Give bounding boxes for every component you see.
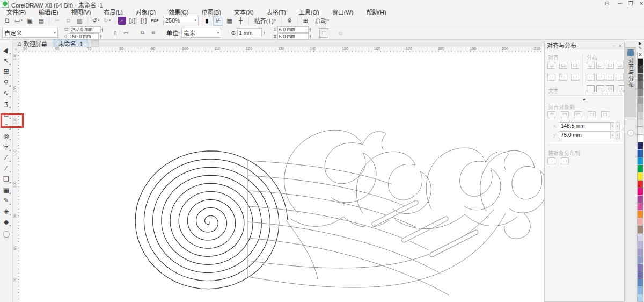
- align-center-h-button[interactable]: [559, 62, 567, 69]
- nudge-spinner[interactable]: ▴▾: [264, 31, 265, 35]
- wave-ornament-object[interactable]: [248, 130, 544, 295]
- color-swatch[interactable]: [637, 96, 643, 104]
- color-swatch[interactable]: [637, 263, 643, 271]
- paste-icon[interactable]: ▥: [75, 16, 85, 26]
- text-align-first-line-button[interactable]: [587, 85, 595, 92]
- docker-float-icon[interactable]: ▫: [613, 44, 614, 48]
- portrait-orientation-icon[interactable]: ▯: [111, 28, 120, 38]
- collapse-caret-icon[interactable]: ▲: [582, 97, 586, 101]
- smart-fill-tool[interactable]: ◆: [1, 217, 11, 227]
- color-swatch[interactable]: [637, 157, 643, 165]
- spiral-tool[interactable]: ◎: [1, 131, 11, 141]
- x-coordinate-spinner[interactable]: ◂▸: [610, 122, 620, 130]
- treat-as-filled-icon[interactable]: ⬚: [319, 28, 328, 38]
- color-swatch[interactable]: [637, 294, 643, 302]
- connector-tool[interactable]: ∕: [1, 163, 11, 173]
- cut-icon[interactable]: ✂: [52, 16, 62, 26]
- copy-icon[interactable]: ⧉: [63, 16, 74, 26]
- x-coordinate-field[interactable]: 148.5 mm: [559, 122, 610, 130]
- transparency-tool[interactable]: ▦: [1, 185, 11, 195]
- color-swatch[interactable]: [637, 233, 643, 241]
- text-align-bounding-box-button[interactable]: [606, 85, 614, 92]
- export-icon[interactable]: [↑]: [138, 16, 149, 26]
- import-icon[interactable]: [↓]: [127, 16, 137, 26]
- align-to-active-objects-button[interactable]: [547, 111, 555, 118]
- page-preset-combo[interactable]: 自定义 ▾: [2, 28, 58, 38]
- color-swatch[interactable]: [637, 149, 643, 157]
- distribute-bottom-button[interactable]: [616, 74, 624, 81]
- show-rulers-icon[interactable]: ⊬: [213, 16, 223, 26]
- palette-eyedropper-icon[interactable]: ✎: [638, 46, 642, 52]
- redo-icon[interactable]: ↻▾: [102, 16, 112, 26]
- crop-tool[interactable]: ⊞: [1, 67, 11, 76]
- landscape-orientation-icon[interactable]: ▭: [121, 28, 130, 38]
- y-coordinate-spinner[interactable]: ◂▸: [610, 131, 620, 139]
- print-icon[interactable]: ▤: [36, 16, 46, 26]
- align-bottom-button[interactable]: [571, 74, 579, 81]
- color-swatch[interactable]: [637, 225, 643, 233]
- page-height-spinner[interactable]: ▴▾: [100, 34, 101, 39]
- outline-pen-tool[interactable]: ◯: [1, 229, 11, 239]
- y-coordinate-field[interactable]: 75.0 mm: [559, 131, 610, 139]
- interactive-fill-tool[interactable]: ◈: [1, 206, 11, 216]
- duplicate-y-spinner[interactable]: ▴▾: [310, 34, 311, 39]
- distribute-to-page-button[interactable]: [561, 157, 569, 164]
- undo-icon[interactable]: ↺▾: [91, 16, 101, 26]
- docker-close-icon[interactable]: ✕: [618, 44, 622, 48]
- tab-untitled-document[interactable]: 未命名 -1: [53, 39, 89, 47]
- color-swatch[interactable]: [637, 210, 643, 218]
- units-combo[interactable]: 毫米 ▾: [181, 28, 221, 38]
- color-swatch[interactable]: [637, 256, 643, 264]
- distribute-left-button[interactable]: [587, 62, 595, 69]
- tab-welcome-screen[interactable]: ⌂ 欢迎屏幕: [12, 40, 53, 47]
- color-swatch[interactable]: [637, 286, 643, 294]
- color-swatch[interactable]: [637, 164, 643, 172]
- dimension-tool[interactable]: ∕: [1, 153, 11, 162]
- color-swatch[interactable]: [637, 73, 643, 81]
- color-swatch[interactable]: [637, 172, 643, 180]
- align-to-specified-point-button[interactable]: [601, 111, 609, 118]
- spiral-object[interactable]: [135, 151, 288, 289]
- new-tab-button[interactable]: [91, 40, 99, 47]
- freehand-tool[interactable]: ∿: [1, 88, 11, 98]
- page-width-field[interactable]: 297.0 mm: [70, 26, 101, 33]
- distribute-spacing-v-button[interactable]: [606, 74, 614, 81]
- align-top-button[interactable]: [547, 74, 555, 81]
- color-swatch[interactable]: [637, 241, 643, 249]
- zoom-level-combo[interactable]: 250% ▾: [163, 16, 199, 25]
- distribute-center-v-button[interactable]: [596, 74, 604, 81]
- duplicate-x-field[interactable]: 5.0 mm: [277, 26, 309, 33]
- zoom-tool[interactable]: ⚲: [1, 77, 11, 87]
- palette-scroll-icon[interactable]: ▶: [639, 41, 641, 46]
- all-pages-icon[interactable]: ⧉: [138, 28, 147, 38]
- distribute-center-h-button[interactable]: [596, 62, 604, 69]
- color-swatch[interactable]: [637, 81, 643, 89]
- text-tool[interactable]: 字: [1, 142, 11, 152]
- publish-pdf-icon[interactable]: PDF: [150, 16, 160, 26]
- drawing-canvas[interactable]: [19, 52, 544, 302]
- specified-point-button[interactable]: [619, 85, 624, 92]
- duplicate-y-field[interactable]: 5.0 mm: [277, 33, 309, 40]
- color-swatch[interactable]: [637, 195, 643, 203]
- drop-shadow-tool[interactable]: ❏: [1, 174, 11, 184]
- align-to-grid-button[interactable]: [588, 111, 596, 118]
- snap-to-dropdown[interactable]: 贴齐(T)▾: [252, 16, 279, 26]
- color-swatch[interactable]: [637, 119, 643, 127]
- color-swatch[interactable]: [637, 188, 643, 196]
- distribute-to-selection-button[interactable]: [547, 157, 555, 164]
- text-align-baseline-button[interactable]: [596, 85, 604, 92]
- color-swatch[interactable]: [637, 218, 643, 226]
- distribute-spacing-h-button[interactable]: [606, 62, 614, 69]
- show-grid-icon[interactable]: ▦: [224, 16, 235, 26]
- save-icon[interactable]: ▣: [25, 16, 35, 26]
- docker-tab-align-distribute[interactable]: 对齐与分布: [625, 47, 636, 117]
- show-guidelines-icon[interactable]: ┿: [236, 16, 246, 26]
- color-swatch[interactable]: [637, 203, 643, 211]
- color-swatch[interactable]: [637, 111, 643, 119]
- shape-tool[interactable]: ↖: [1, 56, 11, 66]
- color-swatch[interactable]: [637, 134, 643, 142]
- color-swatch[interactable]: [637, 58, 643, 66]
- vertical-ruler[interactable]: 140130120110100908070: [12, 52, 19, 302]
- bezier-tool[interactable]: ʒ: [1, 99, 11, 109]
- distribute-right-button[interactable]: [616, 62, 624, 69]
